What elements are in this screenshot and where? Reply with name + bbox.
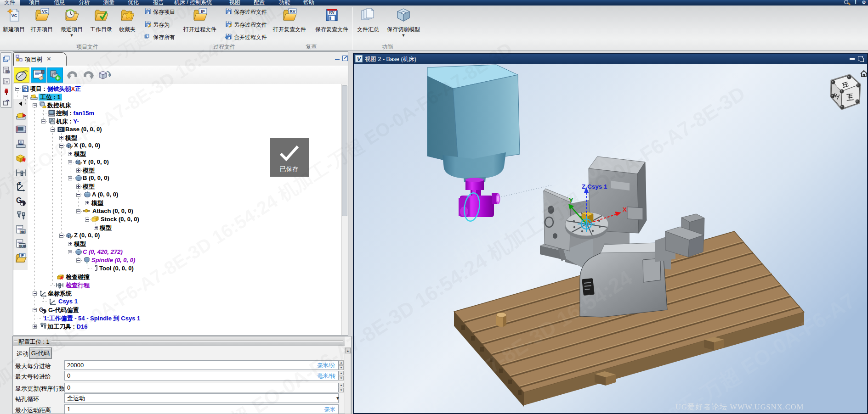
svg-text:IP: IP	[201, 9, 205, 14]
svg-text:Z: Z	[18, 181, 21, 185]
svg-text:IP: IP	[228, 21, 230, 23]
svg-text:RV: RV	[289, 9, 295, 14]
svg-text:NC: NC	[6, 71, 10, 73]
svg-text:VC: VC	[23, 86, 27, 89]
svg-text:IP: IP	[21, 253, 24, 257]
svg-text:IP: IP	[228, 34, 230, 36]
svg-text:SUB: SUB	[19, 244, 26, 248]
svg-text:VC: VC	[147, 21, 149, 23]
svg-text:RV: RV	[329, 10, 335, 15]
svg-text:X: X	[623, 206, 627, 213]
svg-text:UG爱好者论坛 WWW.UGSNX.COM: UG爱好者论坛 WWW.UGSNX.COM	[675, 403, 804, 411]
svg-text:VC: VC	[147, 8, 149, 11]
svg-text:VC: VC	[11, 13, 17, 18]
svg-text:NC: NC	[20, 230, 25, 234]
svg-text:VC: VC	[42, 9, 48, 14]
svg-text:IP: IP	[228, 8, 230, 11]
